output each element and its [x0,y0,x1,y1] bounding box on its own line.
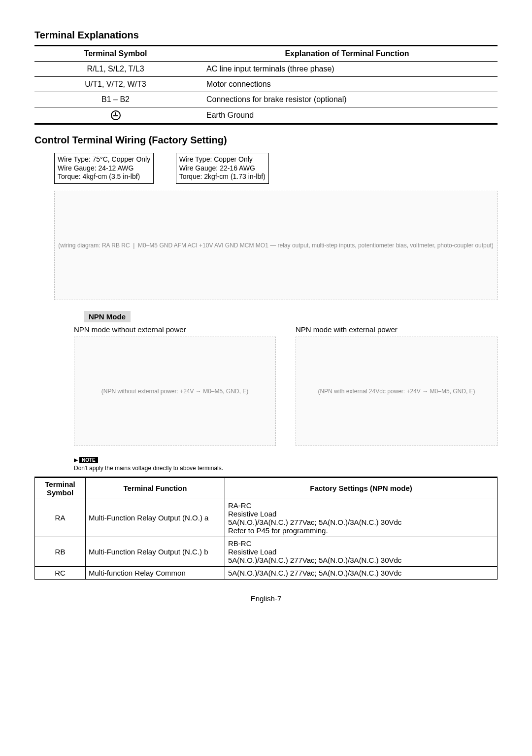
col-factory-settings: Factory Settings (NPN mode) [225,477,498,499]
col-explanation: Explanation of Terminal Function [197,46,498,62]
cell-function: Multi-Function Relay Output (N.C.) b [86,537,225,566]
cell-explanation: Earth Ground [197,107,498,124]
page-footer: English-7 [34,594,498,603]
cell-settings: 5A(N.O.)/3A(N.C.) 277Vac; 5A(N.O.)/3A(N.… [225,566,498,579]
table-row: RB Multi-Function Relay Output (N.C.) b … [35,537,498,566]
control-wiring-diagram-area: Wire Type: 75°C, Copper Only Wire Gauge:… [54,151,498,300]
cell-explanation: Motor connections [197,77,498,92]
heading-terminal-explanations: Terminal Explanations [34,30,498,41]
note-label: NOTE [79,457,98,463]
npn-diagrams: NPN mode without external power (NPN wit… [74,325,498,477]
main-wiring-diagram: (wiring diagram: RA RB RC | M0–M5 GND AF… [54,191,498,300]
cell-symbol: RB [35,537,86,566]
cell-symbol: U/T1, V/T2, W/T3 [34,77,197,92]
cell-symbol [34,107,197,124]
npn-left-title: NPN mode without external power [74,325,276,334]
col-term-function: Terminal Function [86,477,225,499]
heading-control-terminal-wiring: Control Terminal Wiring (Factory Setting… [34,135,498,146]
col-term-symbol: Terminal Symbol [35,477,86,499]
cell-symbol: R/L1, S/L2, T/L3 [34,62,197,77]
table-row: R/L1, S/L2, T/L3 AC line input terminals… [34,62,498,77]
factory-settings-table: Terminal Symbol Terminal Function Factor… [34,477,498,580]
note-badge: ▶NOTE [74,457,98,463]
table-row: RC Multi-function Relay Common 5A(N.O.)/… [35,566,498,579]
npn-diagram-external: (NPN with external 24Vdc power: +24V → M… [296,337,498,446]
table-row: RA Multi-Function Relay Output (N.O.) a … [35,499,498,537]
col-terminal-symbol: Terminal Symbol [34,46,197,62]
cell-symbol: RA [35,499,86,537]
cell-symbol: B1 – B2 [34,92,197,107]
table-row: B1 – B2 Connections for brake resistor (… [34,92,498,107]
note-text: Don't apply the mains voltage directly t… [74,465,276,472]
npn-mode-label: NPN Mode [84,311,131,322]
wire-spec-box-left: Wire Type: 75°C, Copper Only Wire Gauge:… [54,153,154,184]
wire-spec-box-right: Wire Type: Copper Only Wire Gauge: 22-16… [176,153,269,184]
terminal-explanations-table: Terminal Symbol Explanation of Terminal … [34,45,498,125]
cell-function: Multi-function Relay Common [86,566,225,579]
cell-explanation: AC line input terminals (three phase) [197,62,498,77]
cell-symbol: RC [35,566,86,579]
table-row: Earth Ground [34,107,498,124]
cell-explanation: Connections for brake resistor (optional… [197,92,498,107]
npn-right-title: NPN mode with external power [296,325,498,334]
table-row: U/T1, V/T2, W/T3 Motor connections [34,77,498,92]
note-arrow-icon: ▶ [74,457,78,463]
cell-settings: RB-RC Resistive Load 5A(N.O.)/3A(N.C.) 2… [225,537,498,566]
earth-ground-icon [111,110,121,120]
cell-function: Multi-Function Relay Output (N.O.) a [86,499,225,537]
npn-diagram-no-external: (NPN without external power: +24V → M0–M… [74,337,276,446]
cell-settings: RA-RC Resistive Load 5A(N.O.)/3A(N.C.) 2… [225,499,498,537]
